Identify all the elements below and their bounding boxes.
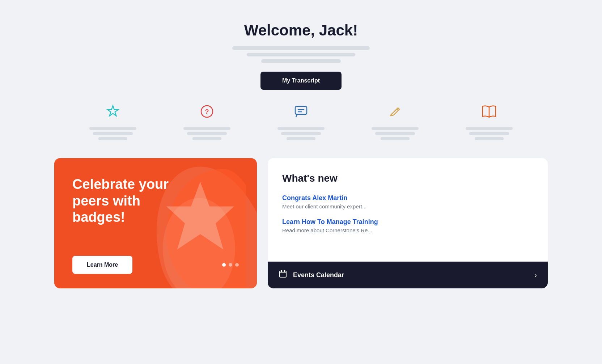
skeleton-line-2 (247, 53, 355, 56)
icon-item-pencil[interactable] (348, 104, 442, 140)
svg-rect-7 (280, 271, 286, 277)
whats-new-card: What's new Congrats Alex Martin Meet our… (268, 158, 548, 262)
celebrate-card: Celebrate your peers with badges! Learn … (54, 158, 257, 288)
icon-skeleton-book (466, 127, 513, 140)
icon-item-chat[interactable] (254, 104, 348, 140)
svg-line-5 (397, 109, 398, 110)
carousel-dots (222, 263, 239, 267)
icon-item-book[interactable] (442, 104, 536, 140)
news-item-1: Congrats Alex Martin Meet our client com… (282, 194, 533, 209)
events-left: Events Calendar (279, 270, 344, 280)
main-content: Celebrate your peers with badges! Learn … (54, 158, 548, 288)
learn-more-button[interactable]: Learn More (72, 256, 132, 274)
icons-row: ? (54, 104, 548, 140)
skeleton-line-3 (261, 59, 341, 63)
celebrate-bottom: Learn More (72, 256, 239, 274)
news-description-2: Read more about Cornerstone's Re... (282, 227, 533, 233)
welcome-title: Welcome, Jack! (54, 22, 548, 39)
events-calendar-bar[interactable]: Events Calendar › (268, 262, 548, 288)
news-description-1: Meet our client community expert... (282, 203, 533, 209)
chat-icon (294, 104, 308, 122)
carousel-dot-3[interactable] (235, 263, 239, 267)
events-calendar-label: Events Calendar (293, 271, 344, 279)
icon-skeleton-pencil (372, 127, 419, 140)
carousel-dot-2[interactable] (229, 263, 232, 267)
news-item-2: Learn How To Manage Training Read more a… (282, 218, 533, 233)
question-icon: ? (200, 104, 214, 122)
svg-text:?: ? (205, 108, 209, 115)
skeleton-lines (54, 46, 548, 63)
skeleton-line-1 (232, 46, 370, 50)
star-icon (106, 104, 120, 122)
celebrate-title: Celebrate your peers with badges! (72, 176, 188, 226)
icon-skeleton-chat (277, 127, 325, 140)
icon-skeleton-question (183, 127, 230, 140)
right-panel: What's new Congrats Alex Martin Meet our… (268, 158, 548, 288)
svg-rect-2 (295, 106, 307, 114)
carousel-dot-1[interactable] (222, 263, 226, 267)
header-section: Welcome, Jack! My Transcript (54, 22, 548, 90)
pencil-icon (388, 104, 402, 122)
icon-skeleton-star (89, 127, 136, 140)
icon-item-star[interactable] (66, 104, 160, 140)
icon-item-question[interactable]: ? (160, 104, 254, 140)
transcript-button[interactable]: My Transcript (260, 72, 342, 90)
book-icon (481, 104, 497, 122)
page-wrapper: Welcome, Jack! My Transcript (0, 0, 602, 364)
whats-new-title: What's new (282, 173, 533, 184)
news-link-1[interactable]: Congrats Alex Martin (282, 194, 533, 202)
celebrate-text: Celebrate your peers with badges! (72, 176, 239, 226)
calendar-icon (279, 270, 287, 280)
news-link-2[interactable]: Learn How To Manage Training (282, 218, 533, 226)
chevron-right-icon: › (534, 271, 537, 279)
